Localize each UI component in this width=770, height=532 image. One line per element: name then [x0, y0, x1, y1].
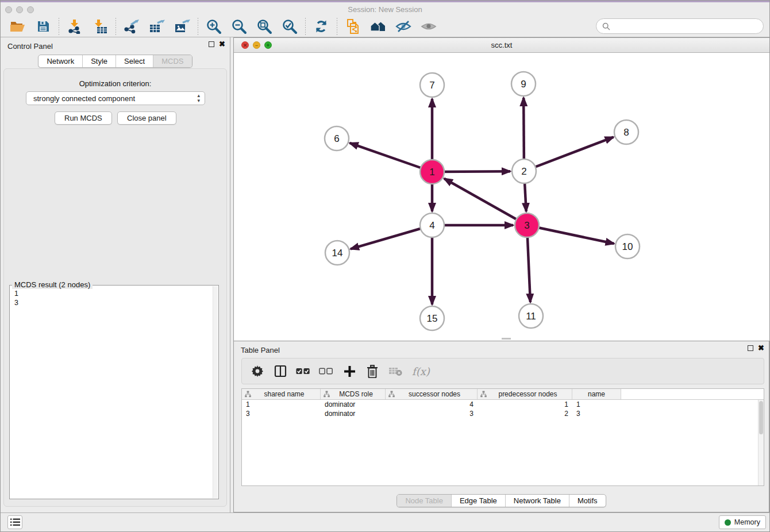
graph-node-3[interactable]: 3 — [515, 213, 539, 237]
table-cell[interactable]: 3 — [386, 409, 478, 418]
column-header-mcds-role[interactable]: MCDS role — [321, 389, 386, 399]
search-field[interactable] — [596, 18, 764, 34]
mcds-result-title: MCDS result (2 nodes) — [12, 280, 93, 289]
deselect-all-icon[interactable] — [319, 364, 334, 379]
table-cell[interactable]: 2 — [478, 409, 572, 418]
toolbar-separator — [337, 18, 337, 35]
graph-node-2[interactable]: 2 — [512, 159, 536, 183]
criterion-dropdown[interactable]: strongly connected component ▴▾ — [26, 91, 205, 105]
list-icon — [10, 518, 20, 526]
tab-edge-table[interactable]: Edge Table — [451, 495, 505, 507]
graph-node-11[interactable]: 11 — [519, 304, 543, 328]
run-mcds-button[interactable]: Run MCDS — [55, 111, 112, 125]
graph-node-7[interactable]: 7 — [420, 73, 444, 97]
search-icon — [602, 22, 610, 30]
settings-gear-icon[interactable] — [250, 364, 265, 379]
graph-edge-3-1[interactable] — [444, 179, 527, 225]
table-cell[interactable]: dominator — [321, 409, 386, 418]
delete-table-icon[interactable] — [388, 364, 403, 379]
table-cell[interactable]: dominator — [321, 400, 386, 409]
table-panel-title: Table Panel — [241, 346, 280, 354]
close-panel-icon[interactable]: ✖ — [219, 41, 225, 47]
search-input[interactable] — [614, 22, 757, 30]
table-cell[interactable]: 1 — [478, 400, 572, 409]
function-builder-icon[interactable]: f(x) — [412, 365, 430, 377]
table-row[interactable]: 1dominator411 — [242, 400, 764, 409]
duplicate-network-icon[interactable] — [340, 17, 365, 36]
graph-node-4[interactable]: 4 — [420, 213, 444, 237]
table-cell[interactable]: 3 — [572, 409, 621, 418]
float-panel-icon[interactable] — [209, 41, 214, 47]
add-row-icon[interactable] — [342, 364, 357, 379]
close-table-panel-icon[interactable]: ✖ — [758, 345, 764, 351]
table-cell[interactable]: 1 — [242, 400, 321, 409]
toolbar-separator — [198, 18, 198, 35]
column-header-predecessor-nodes[interactable]: predecessor nodes — [478, 389, 572, 399]
select-all-icon[interactable] — [296, 364, 311, 379]
graph-edge-3-10[interactable] — [527, 225, 614, 244]
columns-icon[interactable] — [273, 364, 288, 379]
column-header-successor-nodes[interactable]: successor nodes — [386, 389, 478, 399]
graph-node-8[interactable]: 8 — [614, 120, 638, 144]
zoom-in-icon[interactable] — [201, 17, 226, 36]
delete-row-trash-icon[interactable] — [365, 364, 380, 379]
svg-text:7: 7 — [429, 80, 434, 91]
network-canvas[interactable]: 1234678910111415 — [234, 53, 770, 341]
open-session-icon[interactable] — [5, 17, 30, 36]
export-table-icon[interactable] — [144, 17, 170, 36]
graph-edge-1-6[interactable] — [350, 143, 432, 172]
graph-node-6[interactable]: 6 — [325, 126, 349, 151]
column-header-shared-name[interactable]: shared name — [242, 389, 321, 399]
splitter-handle[interactable] — [502, 338, 511, 340]
result-scrollbar[interactable] — [213, 286, 218, 498]
tab-select[interactable]: Select — [116, 55, 153, 67]
eye-slash-icon[interactable] — [391, 17, 416, 36]
control-panel: Control Panel ✖ NetworkStyleSelectMCDS O… — [1, 37, 230, 512]
graph-node-1[interactable]: 1 — [420, 160, 444, 184]
mcds-result-box: MCDS result (2 nodes) 13 — [9, 285, 219, 499]
float-table-panel-icon[interactable] — [748, 345, 753, 351]
eye-icon[interactable] — [416, 17, 441, 36]
column-type-icon — [245, 391, 251, 398]
zoom-fit-icon[interactable] — [252, 17, 277, 36]
close-panel-button[interactable]: Close panel — [117, 111, 176, 125]
network-title: scc.txt — [234, 41, 769, 49]
table-cell[interactable]: 4 — [386, 400, 478, 409]
tab-network-table[interactable]: Network Table — [505, 495, 569, 507]
graph-node-10[interactable]: 10 — [615, 234, 640, 259]
table-scrollbar[interactable] — [758, 400, 764, 485]
task-history-button[interactable] — [7, 515, 22, 529]
export-network-icon[interactable] — [119, 17, 144, 36]
tab-mcds[interactable]: MCDS — [153, 55, 191, 67]
node-table: shared nameMCDS rolesuccessor nodesprede… — [241, 388, 764, 486]
graph-node-14[interactable]: 14 — [325, 241, 349, 265]
zoom-out-icon[interactable] — [226, 17, 252, 36]
tab-style[interactable]: Style — [82, 55, 116, 67]
mcds-panel: Optimization criterion: strongly connect… — [3, 68, 227, 507]
table-row[interactable]: 3dominator323 — [242, 409, 764, 418]
zoom-selected-icon[interactable] — [277, 17, 302, 36]
import-network-icon[interactable] — [62, 17, 87, 36]
tab-motifs[interactable]: Motifs — [569, 495, 606, 507]
column-header-name[interactable]: name — [572, 389, 621, 399]
import-table-icon[interactable] — [87, 17, 113, 36]
tab-node-table[interactable]: Node Table — [397, 495, 451, 507]
network-window-titlebar[interactable]: ✕ – + scc.txt — [234, 38, 769, 53]
node-table-header: shared nameMCDS rolesuccessor nodesprede… — [242, 389, 764, 400]
graph-node-9[interactable]: 9 — [511, 72, 536, 96]
table-tabs: Node TableEdge TableNetwork TableMotifs — [396, 494, 606, 507]
tab-network[interactable]: Network — [38, 55, 82, 67]
save-session-icon[interactable] — [30, 17, 56, 36]
refresh-icon[interactable] — [309, 17, 334, 36]
graph-edge-2-8[interactable] — [524, 137, 614, 171]
criterion-value: strongly connected component — [33, 94, 135, 103]
graph-node-15[interactable]: 15 — [420, 306, 444, 330]
memory-button[interactable]: Memory — [719, 515, 766, 529]
table-cell[interactable]: 1 — [572, 400, 621, 409]
double-home-icon[interactable] — [365, 17, 391, 36]
export-image-icon[interactable] — [170, 17, 195, 36]
mcds-result-list[interactable]: 13 — [10, 286, 218, 311]
mcds-result-line: 3 — [14, 298, 214, 307]
table-cell[interactable]: 3 — [242, 409, 321, 418]
svg-text:1: 1 — [429, 167, 434, 178]
